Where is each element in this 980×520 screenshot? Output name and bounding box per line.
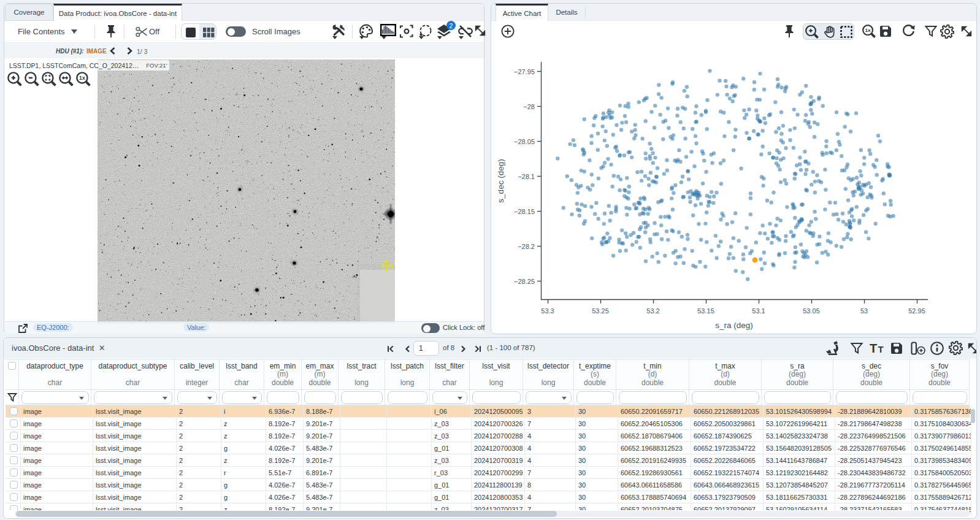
svg-text:−28.2: −28.2 (518, 243, 535, 250)
svg-text:53.3: 53.3 (541, 307, 554, 315)
svg-text:−28: −28 (523, 103, 535, 110)
svg-text:52.95: 52.95 (908, 307, 925, 315)
svg-text:53.1: 53.1 (752, 307, 765, 315)
svg-text:T: T (878, 344, 884, 354)
svg-text:−28.1: −28.1 (518, 173, 535, 180)
svg-text:53: 53 (860, 307, 868, 315)
svg-text:53.2: 53.2 (646, 307, 659, 315)
svg-text:−27.95: −27.95 (514, 68, 535, 75)
svg-text:T: T (870, 342, 877, 355)
svg-text:−28.05: −28.05 (514, 138, 535, 145)
svg-text:s_dec (deg): s_dec (deg) (496, 159, 505, 202)
svg-text:−28.25: −28.25 (514, 278, 535, 285)
svg-text:53.15: 53.15 (697, 307, 714, 315)
svg-text:1x: 1x (79, 75, 85, 81)
svg-text:53.05: 53.05 (803, 307, 820, 315)
svg-text:−28.15: −28.15 (514, 208, 535, 215)
svg-text:1x: 1x (865, 28, 871, 33)
svg-text:53.25: 53.25 (592, 307, 609, 315)
svg-text:s_ra (deg): s_ra (deg) (715, 321, 753, 330)
